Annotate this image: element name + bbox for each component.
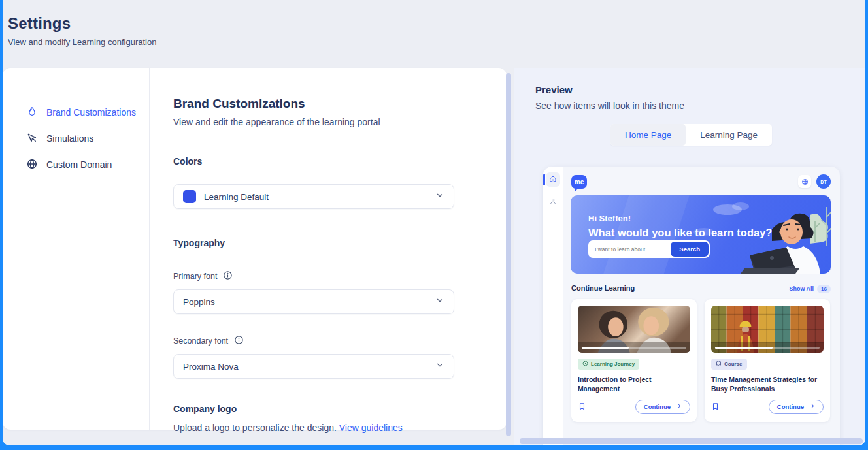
horizontal-scrollbar[interactable]: [520, 438, 863, 444]
page-header: Settings View and modify Learning config…: [3, 0, 865, 68]
brand-customizations-section: Brand Customizations View and edit the a…: [173, 68, 454, 430]
portal-logo: me: [571, 175, 587, 189]
page-background: Settings View and modify Learning config…: [3, 0, 865, 445]
language-globe-icon[interactable]: [798, 175, 811, 188]
chevron-down-icon: [435, 296, 444, 308]
primary-font-select[interactable]: Poppins: [173, 289, 454, 314]
card-progress-track: [715, 347, 820, 349]
settings-nav: Brand Customizations Simulations Custom …: [3, 68, 150, 430]
continue-button[interactable]: Continue: [635, 400, 690, 414]
user-icon: [549, 196, 557, 208]
color-swatch: [183, 190, 196, 203]
continue-button[interactable]: Continue: [769, 400, 824, 414]
journey-badge-icon: [582, 361, 588, 368]
nav-item-label: Brand Customizations: [46, 107, 136, 118]
chevron-down-icon: [435, 361, 444, 372]
portal-avatar[interactable]: DT: [816, 174, 831, 189]
typography-label: Typography: [173, 238, 454, 248]
card-footer: Continue: [711, 400, 824, 414]
card-title: Time Management Strategies for Busy Prof…: [711, 375, 824, 393]
home-icon: [549, 174, 557, 185]
arrow-right-icon: [808, 402, 815, 411]
continue-learning-title: Continue Learning: [571, 284, 635, 292]
preview-subtitle: See how items will look in this theme: [535, 101, 865, 111]
portal-body: me DT: [563, 167, 840, 445]
secondary-font-label: Secondary font: [173, 336, 228, 346]
chevron-down-icon: [435, 191, 444, 202]
tab-learning-page[interactable]: Learning Page: [686, 124, 772, 146]
nav-item-label: Custom Domain: [46, 159, 112, 170]
section-title: Brand Customizations: [173, 97, 454, 111]
arrow-right-icon: [675, 402, 682, 411]
colors-select-value: Learning Default: [204, 192, 269, 202]
continue-learning-cards: Learning Journey Introduction to Project…: [571, 299, 831, 422]
hero-text: Hi Steffen! What would you like to learn…: [588, 214, 772, 239]
app-root: Settings View and modify Learning config…: [0, 0, 868, 450]
course-card-time-management[interactable]: Course Time Management Strategies for Bu…: [705, 299, 830, 422]
hero-search-bar: Search: [588, 240, 710, 258]
primary-font-label-row: Primary font: [173, 270, 454, 282]
portal-hero-banner: Hi Steffen! What would you like to learn…: [571, 195, 831, 274]
secondary-font-value: Proxima Nova: [183, 362, 239, 372]
course-badge-icon: [716, 361, 722, 368]
portal-topbar: me DT: [563, 167, 840, 189]
card-thumbnail: [578, 306, 690, 353]
course-card-project-management[interactable]: Learning Journey Introduction to Project…: [571, 299, 697, 422]
secondary-font-select[interactable]: Proxima Nova: [173, 354, 454, 379]
show-all-link[interactable]: Show All 16: [789, 285, 831, 293]
card-badge-label: Course: [724, 361, 743, 367]
globe-icon: [26, 158, 38, 172]
bookmark-icon[interactable]: [711, 402, 720, 411]
tab-home-page[interactable]: Home Page: [610, 124, 686, 146]
portal-profile-nav[interactable]: [546, 195, 560, 209]
nav-item-simulations[interactable]: Simulations: [3, 125, 149, 152]
hero-greeting: Hi Steffen!: [588, 214, 772, 223]
cursor-icon: [26, 132, 38, 146]
preview-title: Preview: [535, 84, 865, 95]
hero-search-button[interactable]: Search: [671, 242, 709, 257]
preview-tabs: Home Page Learning Page: [610, 124, 772, 146]
hero-search-input[interactable]: [595, 246, 671, 253]
continue-button-label: Continue: [644, 403, 671, 410]
card-badge-label: Learning Journey: [591, 361, 635, 367]
primary-font-label: Primary font: [173, 272, 217, 281]
card-type-badge: Learning Journey: [578, 359, 639, 370]
nav-item-brand-customizations[interactable]: Brand Customizations: [3, 99, 149, 125]
show-all-count-badge: 16: [817, 285, 831, 293]
card-progress-track: [582, 347, 686, 349]
view-guidelines-link[interactable]: View guidelines: [339, 423, 403, 433]
droplet-icon: [26, 106, 38, 120]
settings-panel: Brand Customizations Simulations Custom …: [3, 68, 507, 430]
show-all-label: Show All: [789, 285, 814, 292]
portal-mini-sidebar: [543, 167, 563, 445]
preview-region: Preview See how items will look in this …: [514, 68, 865, 445]
colors-select[interactable]: Learning Default: [173, 184, 454, 209]
portal-home-nav[interactable]: [546, 172, 560, 187]
secondary-font-label-row: Secondary font: [173, 335, 454, 347]
company-logo-label: Company logo: [173, 404, 454, 414]
primary-font-value: Poppins: [183, 297, 215, 307]
section-subtitle: View and edit the appearance of the lear…: [173, 117, 454, 127]
page-subtitle: View and modify Learning configuration: [8, 37, 865, 47]
card-title: Introduction to Project Management: [578, 375, 690, 393]
vertical-scrollbar[interactable]: [506, 73, 511, 436]
page-title: Settings: [8, 14, 865, 33]
info-icon[interactable]: [234, 335, 244, 347]
nav-item-label: Simulations: [46, 133, 93, 144]
hero-question: What would you like to learn today?: [588, 227, 772, 239]
card-type-badge: Course: [711, 359, 747, 370]
nav-item-custom-domain[interactable]: Custom Domain: [3, 152, 149, 178]
continue-button-label: Continue: [777, 403, 804, 410]
portal-preview-card: me DT: [543, 167, 840, 445]
card-progress-fill: [715, 347, 773, 349]
info-icon[interactable]: [223, 270, 233, 282]
logo-description-text: Upload a logo to personalize the design.: [173, 423, 337, 433]
card-progress-fill: [582, 347, 629, 349]
company-logo-description: Upload a logo to personalize the design.…: [173, 423, 454, 433]
preview-header: Preview See how items will look in this …: [514, 68, 865, 111]
card-footer: Continue: [578, 400, 690, 414]
colors-label: Colors: [173, 156, 454, 167]
portal-topbar-right: DT: [798, 174, 831, 189]
card-thumbnail: [711, 306, 824, 353]
bookmark-icon[interactable]: [578, 402, 586, 411]
